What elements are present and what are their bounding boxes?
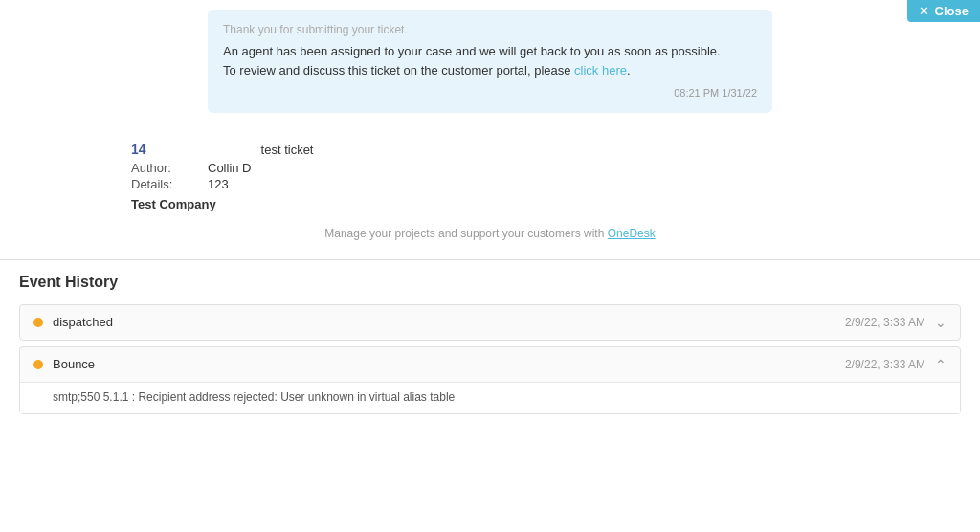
event-timestamp-dispatched: 2/9/22, 3:33 AM (845, 316, 925, 329)
message-area: Thank you for submitting your ticket. An… (0, 0, 980, 122)
event-history-title: Event History (19, 274, 961, 291)
event-row-header-dispatched[interactable]: dispatched 2/9/22, 3:33 AM ⌄ (20, 305, 960, 340)
event-timestamp-bounce: 2/9/22, 3:33 AM (845, 358, 925, 371)
event-row-dispatched: dispatched 2/9/22, 3:33 AM ⌄ (19, 304, 961, 341)
ticket-author-row: Author: Collin D (131, 161, 849, 175)
ticket-header-row: 14 test ticket (131, 142, 849, 159)
onedesk-promo: Manage your projects and support your cu… (131, 227, 849, 250)
truncated-line: Thank you for submitting your ticket. (223, 21, 757, 38)
click-here-link[interactable]: click here (574, 63, 627, 78)
message-timestamp: 08:21 PM 1/31/22 (223, 85, 757, 101)
chevron-down-icon-dispatched: ⌄ (935, 315, 947, 330)
close-button[interactable]: Close (935, 4, 969, 18)
event-row-bounce: Bounce 2/9/22, 3:33 AM ⌃ smtp;550 5.1.1 … (19, 346, 961, 414)
event-name-dispatched: dispatched (53, 315, 845, 329)
details-label: Details: (131, 177, 208, 191)
ticket-company: Test Company (131, 197, 849, 211)
event-name-bounce: Bounce (53, 357, 845, 371)
details-value: 123 (208, 177, 229, 191)
author-value: Collin D (208, 161, 252, 175)
close-bar[interactable]: ✕ Close (907, 0, 980, 22)
ticket-number: 14 (131, 142, 146, 157)
main-content: Thank you for submitting your ticket. An… (0, 0, 980, 532)
ticket-info: 14 test ticket Author: Collin D Details:… (112, 122, 868, 259)
event-detail-bounce: smtp;550 5.1.1 : Recipient address rejec… (20, 382, 960, 413)
event-dot-bounce (33, 360, 43, 369)
ticket-details-row: Details: 123 (131, 177, 849, 191)
ticket-title: test ticket (261, 143, 314, 157)
author-label: Author: (131, 161, 208, 175)
message-body-line1: An agent has been assigned to your case … (223, 42, 757, 61)
onedesk-link[interactable]: OneDesk (608, 227, 656, 240)
message-body-line2: To review and discuss this ticket on the… (223, 61, 757, 80)
chevron-up-icon-bounce: ⌃ (935, 357, 947, 372)
event-history-section: Event History dispatched 2/9/22, 3:33 AM… (0, 260, 980, 433)
event-dot-dispatched (33, 318, 43, 327)
close-icon: ✕ (919, 4, 929, 18)
event-row-header-bounce[interactable]: Bounce 2/9/22, 3:33 AM ⌃ (20, 347, 960, 382)
message-bubble: Thank you for submitting your ticket. An… (208, 10, 772, 113)
